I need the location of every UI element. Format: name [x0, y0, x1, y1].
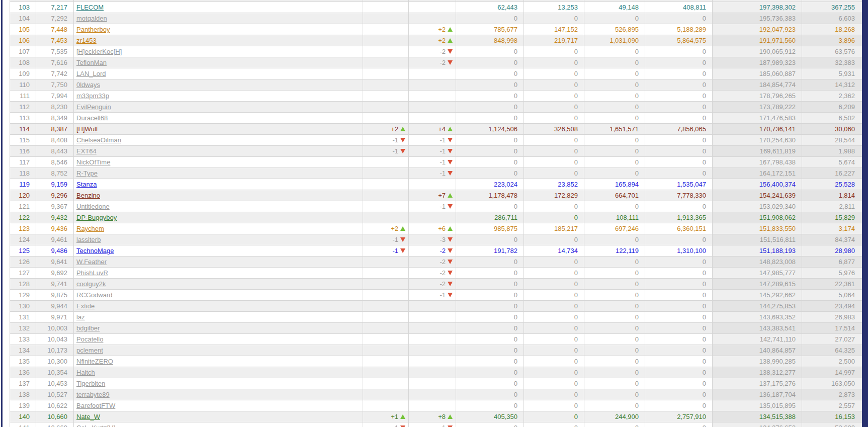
user-link[interactable]: EvilPenguin — [76, 103, 111, 111]
user-link[interactable]: [H]Wulf — [76, 125, 98, 133]
overall-rank-cell: 7,994 — [36, 91, 74, 101]
rank-up-icon — [400, 414, 405, 419]
rank-up-icon — [400, 226, 405, 231]
user-link[interactable]: Pocatello — [76, 335, 103, 343]
value-cell: 0 — [456, 345, 524, 356]
user-link[interactable]: [H]ecklerKoc[H] — [76, 48, 122, 55]
rank-change-cell — [409, 212, 456, 223]
value-cell: 1,178,478 — [456, 190, 524, 201]
value-cell: 0 — [584, 168, 645, 179]
name-cell: Extide — [74, 301, 363, 311]
user-link[interactable]: laz — [76, 313, 85, 321]
value-cell: 0 — [456, 91, 524, 101]
value-cell: 0 — [645, 201, 713, 212]
value-cell: 0 — [524, 257, 584, 267]
value-cell: 0 — [524, 279, 584, 289]
overall-rank-cell: 10,669 — [36, 422, 74, 427]
value-cell: 0 — [524, 113, 584, 123]
user-link[interactable]: NickOfTime — [76, 158, 110, 166]
user-link[interactable]: Duracell68 — [76, 114, 108, 122]
user-link[interactable]: m33pm33p — [76, 92, 109, 100]
rank-down-icon — [448, 160, 453, 164]
value-cell: 0 — [456, 57, 524, 68]
table-row: 1279,692PhishLuvR-20000147,985,7775,976 — [10, 268, 862, 279]
table-row: 1269,641W.Feather-20000148,823,0086,877 — [10, 257, 862, 268]
user-link[interactable]: Raychem — [76, 225, 104, 232]
user-link[interactable]: pclement — [76, 347, 103, 354]
rank-change-cell: -1 — [409, 168, 456, 179]
value-cell: 0 — [456, 102, 524, 112]
user-link[interactable]: Haitch — [76, 369, 95, 376]
user-link[interactable]: lassiterb — [76, 236, 101, 243]
user-link[interactable]: Nate_W — [76, 413, 100, 420]
points-last-cell: 16,227 — [802, 168, 861, 179]
user-link[interactable]: R-Type — [76, 169, 98, 177]
user-link[interactable]: NfiniteZERO — [76, 358, 113, 365]
rank-cell: 128 — [10, 279, 36, 289]
rank-change-value: -3 — [440, 234, 446, 245]
rank-change-cell — [363, 2, 409, 13]
overall-rank-cell: 9,641 — [36, 257, 74, 267]
user-link[interactable]: Tigerbiten — [76, 380, 105, 387]
rank-change-cell — [409, 345, 456, 356]
user-link[interactable]: zr1453 — [76, 37, 97, 44]
rank-change-cell: -2 — [409, 46, 456, 57]
points-last-cell: 30,060 — [802, 124, 861, 134]
rank-down-icon — [448, 237, 453, 242]
user-link[interactable]: motqalden — [76, 15, 107, 22]
user-link[interactable]: RCGodward — [76, 291, 113, 299]
value-cell: 0 — [524, 290, 584, 300]
table-row: 1057,448Pantherboy+2785,677147,152526,89… — [10, 24, 862, 35]
rank-cell: 121 — [10, 201, 36, 212]
user-link[interactable]: ChelseaOilman — [76, 136, 121, 144]
rank-change-cell: +2 — [409, 24, 456, 35]
value-cell: 0 — [645, 91, 713, 101]
cell — [456, 0, 524, 2]
user-link[interactable]: DP-Buggyboy — [76, 214, 117, 221]
value-cell: 0 — [456, 301, 524, 311]
value-cell: 219,717 — [524, 35, 584, 46]
user-link[interactable]: FLECOM — [76, 4, 104, 11]
value-cell: 0 — [524, 312, 584, 322]
name-cell: Untitledone — [74, 201, 363, 212]
user-link[interactable]: BarefootFTW — [76, 402, 115, 409]
user-link[interactable]: Benzino — [76, 192, 100, 199]
user-link[interactable]: TechnoMage — [76, 247, 114, 254]
user-link[interactable]: Stanza — [76, 181, 97, 188]
rank-change-value: -1 — [440, 422, 446, 427]
rank-change-cell — [363, 312, 409, 322]
user-link[interactable]: Pantherboy — [76, 26, 110, 33]
user-link[interactable]: EXT64 — [76, 147, 97, 155]
user-link[interactable]: terrabyte89 — [76, 391, 110, 398]
name-cell: m33pm33p — [74, 91, 363, 101]
user-link[interactable]: coolguy2k — [76, 280, 106, 288]
value-cell: 0 — [584, 234, 645, 245]
rank-change-value: -1 — [440, 201, 446, 212]
name-cell: Nate_W — [74, 411, 363, 422]
user-link[interactable]: PhishLuvR — [76, 269, 108, 277]
value-cell: 0 — [524, 212, 584, 223]
rank-change-cell: -1 — [363, 234, 409, 245]
value-cell: 1,124,506 — [456, 124, 524, 134]
rank-change-cell: -1 — [409, 201, 456, 212]
user-link[interactable]: Extide — [76, 302, 95, 310]
user-link[interactable]: 0ldways — [76, 81, 100, 89]
user-link[interactable]: Col._Kurtz[H] — [76, 424, 115, 427]
points-last-cell: 3,896 — [802, 35, 861, 46]
points-last-cell: 28,980 — [802, 245, 861, 256]
cell — [584, 0, 645, 2]
name-cell: TechnoMage — [74, 245, 363, 256]
rank-change-value: +6 — [438, 223, 446, 234]
value-cell: 0 — [584, 257, 645, 267]
rank-change-cell — [409, 334, 456, 345]
user-link[interactable]: W.Feather — [76, 258, 107, 266]
user-link[interactable]: LAN_Lord — [76, 70, 106, 77]
user-link[interactable]: Untitledone — [76, 203, 110, 210]
user-link[interactable]: bdgilber — [76, 324, 100, 332]
table-row: 1289,741coolguy2k-20000147,289,61522,361 — [10, 279, 862, 290]
rank-cell: 122 — [10, 212, 36, 223]
rank-change-cell — [363, 323, 409, 333]
value-cell: 0 — [645, 135, 713, 145]
user-link[interactable]: TeflonMan — [76, 59, 107, 66]
cell — [74, 0, 363, 2]
